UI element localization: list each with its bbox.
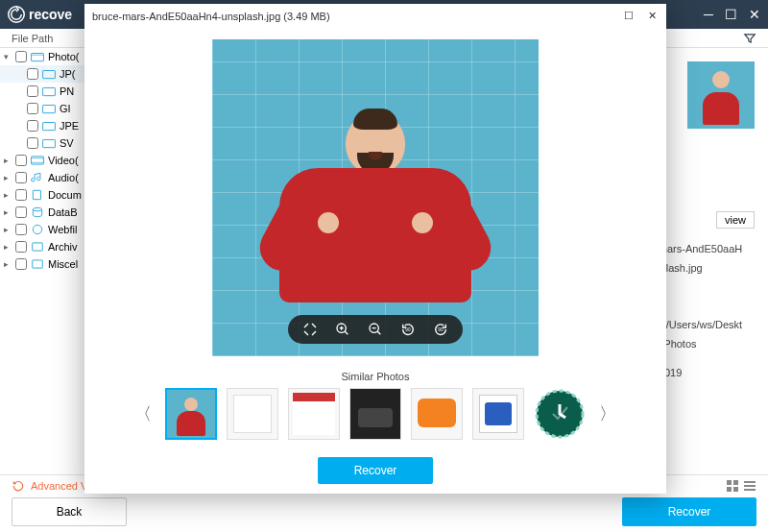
zoom-in-icon[interactable] <box>334 321 351 338</box>
svg-rect-1 <box>32 54 44 61</box>
svg-text:90: 90 <box>438 327 444 332</box>
tree-label: Webfil <box>48 224 77 235</box>
view-button[interactable]: view <box>716 211 755 229</box>
chevron-right-icon[interactable]: ▸ <box>4 190 12 200</box>
checkbox[interactable] <box>27 120 38 132</box>
checkbox[interactable] <box>15 189 27 201</box>
preview-maximize-button[interactable]: ☐ <box>622 10 636 22</box>
tree-label: PN <box>60 85 74 97</box>
preview-title: bruce-mars-AndE50aaHn4-unsplash.jpg (3.4… <box>92 11 330 22</box>
similar-thumb[interactable] <box>534 388 586 440</box>
document-icon <box>31 189 44 201</box>
folder-icon <box>42 103 56 114</box>
tree-label: SV <box>60 137 74 149</box>
maximize-button[interactable]: ☐ <box>725 7 737 22</box>
tree-label: Photo( <box>48 51 79 62</box>
web-icon <box>31 224 44 235</box>
next-thumb-button[interactable]: 〉 <box>595 402 620 425</box>
chevron-right-icon[interactable]: ▸ <box>4 156 12 165</box>
folder-icon <box>42 137 56 149</box>
svg-rect-15 <box>727 487 732 492</box>
svg-rect-3 <box>43 88 56 96</box>
folder-icon <box>42 85 56 97</box>
svg-rect-13 <box>727 480 732 485</box>
folder-icon <box>31 51 44 62</box>
svg-point-10 <box>33 225 41 233</box>
svg-rect-7 <box>32 157 44 164</box>
misc-icon <box>31 258 44 270</box>
list-view-icon[interactable] <box>743 479 756 493</box>
minimize-button[interactable]: ─ <box>704 7 713 22</box>
svg-point-9 <box>33 207 41 211</box>
rotate-right-icon[interactable]: 90 <box>432 321 449 338</box>
chevron-right-icon[interactable]: ▸ <box>4 173 12 182</box>
folder-icon <box>42 68 56 80</box>
checkbox[interactable] <box>27 68 38 80</box>
checkbox[interactable] <box>15 241 27 253</box>
tree-label: Audio( <box>48 172 79 183</box>
tree-label: Miscel <box>48 258 78 270</box>
svg-rect-5 <box>43 123 56 131</box>
checkbox-photo[interactable] <box>15 51 27 62</box>
checkbox[interactable] <box>15 224 27 235</box>
tree-label: JPE <box>60 120 79 132</box>
svg-rect-17 <box>744 481 756 483</box>
detail-thumbnail <box>687 61 755 129</box>
similar-photos-label: Similar Photos <box>104 371 647 382</box>
prev-thumb-button[interactable]: 〈 <box>131 402 156 425</box>
checkbox[interactable] <box>15 258 27 270</box>
svg-rect-16 <box>733 487 738 492</box>
similar-thumb[interactable] <box>411 388 463 440</box>
chevron-right-icon[interactable]: ▸ <box>4 207 12 217</box>
svg-rect-8 <box>33 190 40 199</box>
chevron-right-icon[interactable]: ▸ <box>4 259 12 269</box>
close-button[interactable]: ✕ <box>749 7 760 22</box>
back-button[interactable]: Back <box>12 497 127 526</box>
grid-view-icon[interactable] <box>726 479 739 493</box>
video-icon <box>31 155 44 166</box>
svg-rect-14 <box>733 480 738 485</box>
similar-thumb[interactable] <box>349 388 401 440</box>
fit-icon[interactable] <box>301 321 319 338</box>
similar-thumb[interactable] <box>227 388 278 440</box>
zoom-out-icon[interactable] <box>367 321 384 338</box>
tree-label: JP( <box>60 68 76 80</box>
archive-icon <box>31 241 44 253</box>
similar-photos-section: Similar Photos 〈 〉 <box>84 367 666 449</box>
svg-text:90: 90 <box>405 327 411 332</box>
checkbox[interactable] <box>27 85 38 97</box>
svg-rect-12 <box>33 260 43 268</box>
tree-label: GI <box>60 103 71 114</box>
image-toolbar: 90 90 <box>288 315 463 344</box>
brand-text: recove <box>29 7 72 22</box>
similar-thumb[interactable] <box>165 388 217 440</box>
svg-rect-19 <box>744 489 756 491</box>
checkbox[interactable] <box>27 103 38 114</box>
similar-thumb[interactable] <box>288 388 340 440</box>
chevron-right-icon[interactable]: ▸ <box>4 225 12 234</box>
preview-close-button[interactable]: ✕ <box>645 10 659 22</box>
rotate-left-icon[interactable]: 90 <box>399 321 417 338</box>
checkbox[interactable] <box>27 137 38 149</box>
refresh-icon <box>12 479 25 493</box>
svg-rect-2 <box>43 71 56 79</box>
tree-label: Docum <box>48 189 82 201</box>
preview-recover-button[interactable]: Recover <box>318 457 433 484</box>
filter-icon[interactable] <box>743 32 756 45</box>
preview-header: bruce-mars-AndE50aaHn4-unsplash.jpg (3.4… <box>84 4 666 29</box>
preview-image <box>212 39 539 356</box>
chevron-down-icon[interactable]: ▾ <box>4 52 12 61</box>
svg-rect-18 <box>744 485 756 487</box>
checkbox[interactable] <box>15 172 27 183</box>
svg-rect-11 <box>33 243 43 251</box>
checkbox[interactable] <box>15 155 27 166</box>
svg-rect-4 <box>43 106 56 113</box>
audio-icon <box>31 172 44 183</box>
tree-label: Video( <box>48 155 79 166</box>
similar-thumb[interactable] <box>472 388 524 440</box>
chevron-right-icon[interactable]: ▸ <box>4 242 12 252</box>
checkbox[interactable] <box>15 206 27 218</box>
recover-button[interactable]: Recover <box>622 497 756 526</box>
database-icon <box>31 206 44 218</box>
preview-modal: bruce-mars-AndE50aaHn4-unsplash.jpg (3.4… <box>84 4 666 494</box>
